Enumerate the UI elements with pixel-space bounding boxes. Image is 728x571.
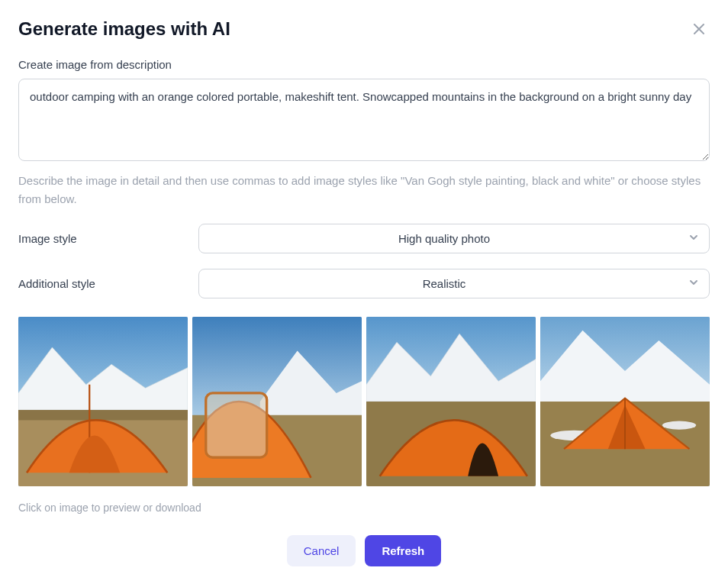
dialog-footer: Cancel Refresh: [18, 535, 710, 566]
description-section: Create image from description Describe t…: [18, 58, 710, 208]
generated-image[interactable]: [540, 317, 710, 486]
image-style-select[interactable]: High quality photo: [198, 224, 710, 253]
generated-image[interactable]: [18, 317, 188, 486]
description-helper: Describe the image in detail and then us…: [18, 172, 710, 208]
image-style-row: Image style High quality photo: [18, 224, 710, 253]
images-hint: Click on image to preview or download: [18, 502, 710, 514]
description-textarea[interactable]: [18, 79, 710, 161]
cancel-button[interactable]: Cancel: [287, 535, 356, 566]
additional-style-row: Additional style Realistic: [18, 269, 710, 298]
close-button[interactable]: [688, 18, 710, 40]
additional-style-select[interactable]: Realistic: [198, 269, 710, 298]
svg-point-20: [662, 421, 696, 430]
svg-rect-10: [206, 393, 267, 457]
svg-rect-6: [18, 410, 188, 420]
description-label: Create image from description: [18, 58, 710, 71]
generated-image[interactable]: [366, 317, 536, 486]
close-icon: [691, 21, 707, 37]
additional-style-label: Additional style: [18, 277, 186, 290]
generated-images-grid: [18, 317, 710, 486]
dialog-title: Generate images with AI: [18, 18, 230, 40]
generated-image[interactable]: [192, 317, 362, 486]
image-style-label: Image style: [18, 232, 186, 245]
refresh-button[interactable]: Refresh: [365, 535, 441, 566]
